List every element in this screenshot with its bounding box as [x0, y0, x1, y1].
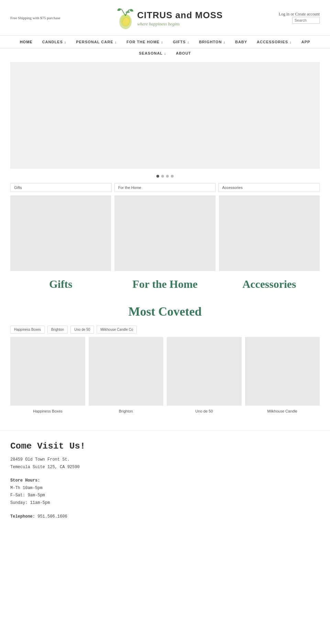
or-text: or: [290, 12, 294, 16]
nav-app[interactable]: APP: [297, 38, 315, 45]
nav-accessories[interactable]: ACCESSORIES ↓: [252, 38, 297, 45]
category-links: Gifts For the Home Accessories: [0, 183, 330, 192]
category-labels: Gifts For the Home Accessories: [0, 274, 330, 294]
nav-seasonal[interactable]: SEASONAL ↓: [134, 50, 171, 57]
brand-img-uno-de-50[interactable]: [167, 337, 242, 406]
visit-us-address1: 28459 Old Town Front St.: [10, 456, 320, 464]
cat-link-for-the-home[interactable]: For the Home: [114, 183, 216, 192]
search-input[interactable]: [292, 17, 320, 24]
slider-dot-2[interactable]: [161, 175, 164, 178]
brand-label-happiness-boxes[interactable]: Happiness Boxes: [10, 409, 85, 413]
nav-candles[interactable]: CANDLES ↓: [37, 38, 72, 45]
nav-row-2: SEASONAL ↓ ABOUT: [0, 48, 330, 59]
store-hours-label: Store Hours:: [10, 477, 320, 485]
most-coveted-title: Most Coveted: [10, 304, 320, 319]
brand-labels: Happiness Boxes Brighton Uno de 50 Milkh…: [10, 409, 320, 413]
top-right-actions: Log in or Create account: [279, 12, 320, 24]
store-hours-mth: M-Th 10am-5pm: [10, 485, 320, 492]
brand-links: Happiness Boxes Brighton Uno de 50 Milkh…: [10, 326, 320, 334]
brand-label-brighton[interactable]: Brighton: [89, 409, 164, 413]
brand-label-milkhouse[interactable]: Milkhouse Candle: [245, 409, 320, 413]
visit-us-heading: Come Visit Us!: [10, 441, 320, 451]
cat-link-gifts[interactable]: Gifts: [10, 183, 112, 192]
store-hours-fsat: F-Sat: 9am-5pm: [10, 492, 320, 499]
free-shipping-text: Free Shipping with $75 purchase: [10, 16, 60, 20]
cat-label-gifts[interactable]: Gifts: [10, 274, 111, 294]
telephone: Telephone: 951.506.1606: [10, 513, 320, 521]
slider-dots: [0, 172, 330, 180]
cat-label-for-the-home[interactable]: For the Home: [114, 274, 215, 294]
brand-link-milkhouse[interactable]: Milkhouse Candle Co: [97, 326, 137, 334]
visit-us-address2: Temecula Suite 125, CA 92590: [10, 464, 320, 471]
brand-images: [10, 337, 320, 406]
hero-slider: [10, 62, 320, 169]
nav-about[interactable]: ABOUT: [171, 50, 196, 57]
top-bar: Free Shipping with $75 purchase C: [0, 0, 330, 35]
logo-icon: [116, 6, 135, 30]
nav-personal-care[interactable]: PERSONAL CARE ↓: [71, 38, 122, 45]
brand-link-uno-de-50[interactable]: Uno de 50: [70, 326, 94, 334]
hero-slide: [11, 63, 319, 168]
brand-link-happiness-boxes[interactable]: Happiness Boxes: [10, 326, 45, 334]
logo-brand-name: CITRUS and MOSS: [137, 10, 223, 21]
nav-gifts[interactable]: GIFTS ↓: [168, 38, 194, 45]
store-hours-sun: Sunday: 11am-5pm: [10, 499, 320, 507]
slider-dot-1[interactable]: [156, 175, 159, 178]
slider-dot-3[interactable]: [166, 175, 169, 178]
brand-img-brighton[interactable]: [89, 337, 164, 406]
logo-tagline: where happiness begins: [137, 21, 223, 27]
nav-baby[interactable]: BABY: [230, 38, 252, 45]
cat-img-for-the-home[interactable]: [114, 195, 215, 271]
slider-dot-4[interactable]: [171, 175, 174, 178]
brand-label-uno-de-50[interactable]: Uno de 50: [167, 409, 242, 413]
nav-for-the-home[interactable]: FOR THE HOME ↓: [122, 38, 168, 45]
cat-img-gifts[interactable]: [10, 195, 111, 271]
cat-link-accessories[interactable]: Accessories: [218, 183, 320, 192]
brand-img-happiness-boxes[interactable]: [10, 337, 85, 406]
most-coveted-section: Most Coveted Happiness Boxes Brighton Un…: [0, 304, 330, 413]
create-account-link[interactable]: Create account: [295, 12, 320, 16]
logo-area: CITRUS and MOSS where happiness begins: [116, 3, 223, 32]
brand-link-brighton[interactable]: Brighton: [47, 326, 68, 334]
nav-brighton[interactable]: BRIGHTON ↓: [194, 38, 230, 45]
category-images: [0, 195, 330, 271]
login-link[interactable]: Log in: [279, 12, 290, 16]
cat-img-accessories[interactable]: [219, 195, 320, 271]
cat-label-accessories[interactable]: Accessories: [219, 274, 320, 294]
visit-us-section: Come Visit Us! 28459 Old Town Front St. …: [0, 430, 330, 534]
nav-home[interactable]: HOME: [15, 38, 37, 45]
brand-img-milkhouse[interactable]: [245, 337, 320, 406]
main-nav: HOME CANDLES ↓ PERSONAL CARE ↓ FOR THE H…: [0, 35, 330, 48]
